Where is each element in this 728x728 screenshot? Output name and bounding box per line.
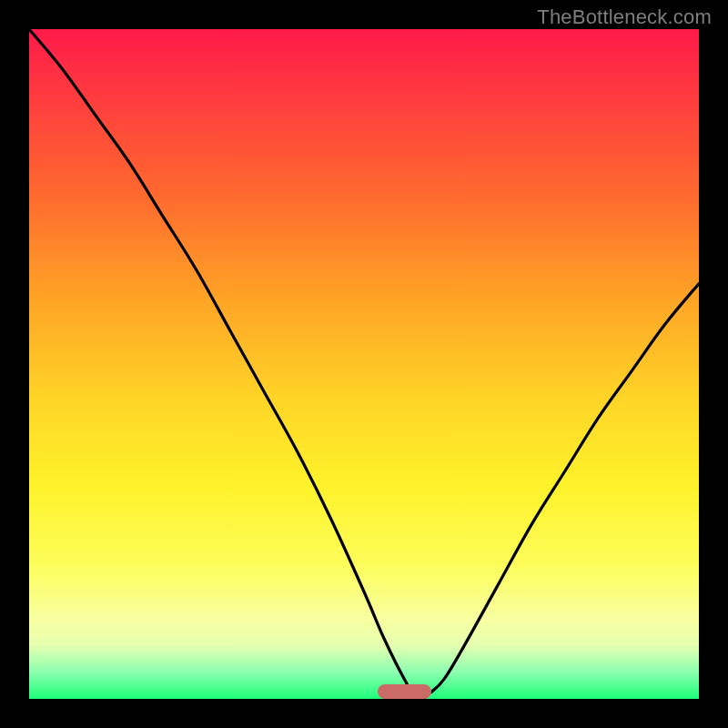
watermark-text: TheBottleneck.com (537, 5, 712, 29)
optimal-marker (378, 684, 431, 699)
bottleneck-curve (29, 29, 699, 699)
chart-frame: TheBottleneck.com (0, 0, 728, 728)
curve-layer (29, 29, 699, 699)
